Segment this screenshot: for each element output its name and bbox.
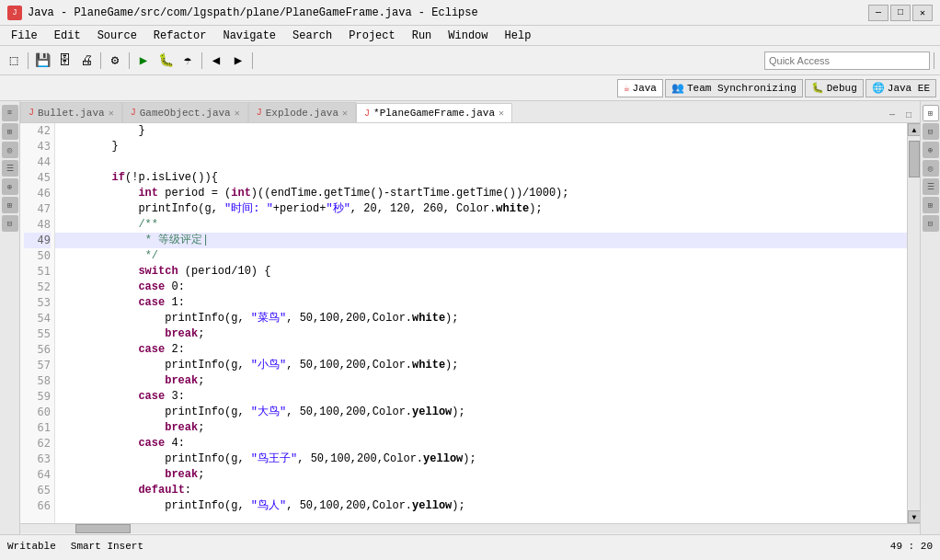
menu-window[interactable]: Window [441, 28, 495, 44]
tab-label-2: GameObject.java [140, 108, 231, 119]
save-all-button[interactable]: 🗄 [54, 51, 75, 71]
line-num-61: 61 [24, 420, 51, 436]
save-button[interactable]: 💾 [32, 51, 52, 71]
code-content[interactable]: } } if(!p.isLive()){ int period = (int)(… [55, 123, 907, 523]
java-ee-perspective-button[interactable]: 🌐 Java EE [865, 79, 936, 97]
tab-bar: J Bullet.java ✕ J GameObject.java ✕ J Ex… [20, 101, 920, 123]
code-editor[interactable]: 42 43 44 45 46 47 48 49 50 51 52 53 54 5… [20, 123, 920, 523]
line-num-42: 42 [24, 123, 51, 139]
tab-minimize-button[interactable]: ─ [885, 108, 900, 122]
activity-icon-7[interactable]: ⊟ [2, 215, 18, 232]
maximize-button[interactable]: □ [890, 5, 911, 21]
code-line-52: case 0: [55, 280, 907, 295]
line-num-53: 53 [24, 295, 51, 311]
perspective-bar: ☕ Java 👥 Team Synchronizing 🐛 Debug 🌐 Ja… [0, 75, 940, 101]
code-line-48: /** [55, 217, 907, 233]
coverage-button[interactable]: ☂ [178, 51, 198, 71]
right-icon-5[interactable]: ☰ [923, 178, 939, 195]
menu-refactor[interactable]: Refactor [146, 28, 214, 44]
tab-gameobject-java[interactable]: J GameObject.java ✕ [122, 102, 248, 122]
right-icon-1[interactable]: ⊞ [923, 105, 939, 121]
team-sync-perspective-button[interactable]: 👥 Team Synchronizing [665, 79, 803, 97]
tab-maximize-button[interactable]: □ [901, 108, 916, 122]
scroll-up-button[interactable]: ▲ [908, 123, 920, 136]
new-button[interactable]: ⬚ [4, 51, 24, 71]
line-num-47: 47 [24, 201, 51, 217]
line-num-60: 60 [24, 405, 51, 420]
status-insert: Smart Insert [71, 541, 143, 552]
java-perspective-button[interactable]: ☕ Java [617, 79, 663, 97]
menu-bar: File Edit Source Refactor Navigate Searc… [0, 26, 940, 46]
h-scroll-thumb[interactable] [75, 524, 131, 533]
code-line-58: break; [55, 373, 907, 389]
menu-project[interactable]: Project [341, 28, 402, 44]
tab-icon-3: J [257, 108, 262, 118]
tab-planegameframe-java[interactable]: J *PlaneGameFrame.java ✕ [356, 103, 512, 123]
right-icon-4[interactable]: ◎ [923, 160, 939, 177]
window-title: Java - PlaneGame/src/com/lgspath/plane/P… [28, 6, 478, 19]
vertical-scrollbar[interactable]: ▲ ▼ [907, 123, 920, 523]
tab-explode-java[interactable]: J Explode.java ✕ [248, 102, 356, 122]
next-edit-button[interactable]: ▶ [228, 51, 248, 71]
tab-close-2[interactable]: ✕ [235, 108, 240, 119]
code-line-66: printInfo(g, "鸟人", 50,100,200,Color.yell… [55, 498, 907, 514]
activity-icon-5[interactable]: ⊕ [2, 178, 18, 195]
tab-label-3: Explode.java [266, 108, 338, 119]
title-bar: J Java - PlaneGame/src/com/lgspath/plane… [0, 0, 940, 26]
toolbar-separator-3 [129, 52, 130, 69]
scroll-thumb[interactable] [909, 141, 920, 177]
tab-close-1[interactable]: ✕ [109, 108, 114, 119]
activity-icon-3[interactable]: ◎ [2, 142, 18, 158]
line-num-51: 51 [24, 264, 51, 280]
right-icon-7[interactable]: ⊟ [923, 215, 939, 232]
line-num-57: 57 [24, 358, 51, 373]
horizontal-scrollbar[interactable] [20, 523, 920, 534]
debug-button[interactable]: 🐛 [155, 51, 176, 71]
tab-close-3[interactable]: ✕ [342, 108, 348, 119]
h-scroll-track[interactable] [20, 524, 920, 533]
line-num-55: 55 [24, 326, 51, 342]
menu-edit[interactable]: Edit [47, 28, 88, 44]
toolbar-separator-4 [201, 52, 202, 69]
menu-search[interactable]: Search [285, 28, 339, 44]
menu-source[interactable]: Source [90, 28, 144, 44]
print-button[interactable]: 🖨 [76, 51, 97, 71]
activity-icon-2[interactable]: ⊞ [2, 123, 18, 140]
tab-bullet-java[interactable]: J Bullet.java ✕ [20, 102, 122, 122]
right-icon-2[interactable]: ⊟ [923, 123, 939, 140]
minimize-button[interactable]: — [868, 5, 888, 21]
quick-access-bar [764, 51, 930, 70]
line-num-62: 62 [24, 436, 51, 451]
status-bar: Writable Smart Insert 49 : 20 [0, 534, 940, 556]
debug-perspective-button[interactable]: 🐛 Debug [805, 79, 864, 97]
right-icon-3[interactable]: ⊕ [923, 142, 939, 158]
tab-close-4[interactable]: ✕ [499, 108, 504, 119]
scroll-track[interactable] [908, 136, 920, 510]
right-icon-6[interactable]: ⊞ [923, 197, 939, 213]
menu-help[interactable]: Help [498, 28, 539, 44]
debug-perspective-icon: 🐛 [811, 82, 824, 94]
line-num-43: 43 [24, 139, 51, 154]
line-num-59: 59 [24, 389, 51, 405]
activity-icon-4[interactable]: ☰ [2, 160, 18, 177]
close-button[interactable]: ✕ [912, 5, 933, 21]
code-line-56: case 2: [55, 342, 907, 358]
menu-navigate[interactable]: Navigate [215, 28, 283, 44]
line-num-54: 54 [24, 311, 51, 326]
activity-icon-6[interactable]: ⊞ [2, 197, 18, 213]
line-num-64: 64 [24, 467, 51, 483]
activity-icon-1[interactable]: ≡ [2, 105, 18, 121]
code-line-50: */ [55, 248, 907, 264]
properties-button[interactable]: ⚙ [105, 51, 125, 71]
code-line-43: } [55, 139, 907, 154]
scroll-down-button[interactable]: ▼ [908, 510, 920, 523]
menu-run[interactable]: Run [405, 28, 440, 44]
activity-bar: ≡ ⊞ ◎ ☰ ⊕ ⊞ ⊟ [0, 101, 20, 534]
code-line-47: printInfo(g, "时间: "+period+"秒", 20, 120,… [55, 201, 907, 217]
quick-access-input[interactable] [764, 51, 930, 70]
run-last-button[interactable]: ▶ [133, 51, 154, 71]
menu-file[interactable]: File [4, 28, 45, 44]
prev-edit-button[interactable]: ◀ [206, 51, 226, 71]
line-num-66: 66 [24, 498, 51, 514]
java-ee-label: Java EE [888, 83, 930, 94]
